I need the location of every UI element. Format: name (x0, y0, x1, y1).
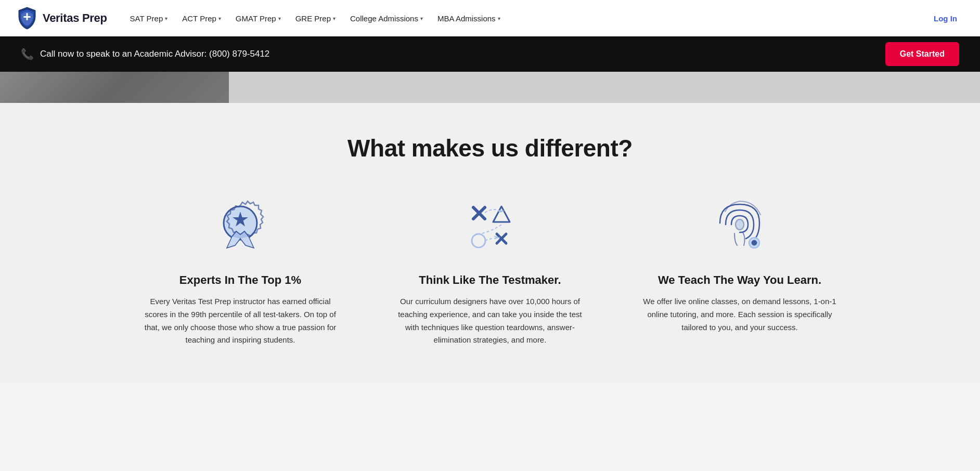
login-link[interactable]: Log In (927, 11, 963, 26)
hero-image-strip (0, 72, 980, 103)
nav-item-act[interactable]: ACT Prep ▾ (176, 11, 227, 26)
svg-marker-6 (493, 206, 510, 222)
chevron-down-icon: ▾ (165, 16, 167, 21)
experts-title: Experts In The Top 1% (179, 273, 301, 287)
svg-point-12 (736, 219, 744, 230)
what-makes-us-different-section: What makes us different? (0, 103, 980, 383)
testmaker-icon-area (454, 193, 526, 261)
phone-icon: 📞 (21, 48, 34, 60)
nav-links: SAT Prep ▾ ACT Prep ▾ GMAT Prep ▾ GRE Pr… (124, 11, 927, 26)
learn-description: We offer live online classes, on demand … (641, 295, 839, 334)
features-grid: Experts In The Top 1% Every Veritas Test… (126, 193, 854, 347)
banner-phone-text: Call now to speak to an Academic Advisor… (40, 49, 269, 59)
ribbon-award-icon (209, 196, 272, 258)
chevron-down-icon: ▾ (498, 16, 500, 21)
feature-card-testmaker: Think Like The Testmaker. Our curriculum… (376, 193, 604, 347)
chevron-down-icon: ▾ (333, 16, 336, 21)
hero-image-partial (0, 72, 229, 103)
nav-item-gmat[interactable]: GMAT Prep ▾ (229, 11, 287, 26)
section-title: What makes us different? (21, 134, 959, 162)
logo-text: Veritas Prep (43, 11, 107, 25)
experts-description: Every Veritas Test Prep instructor has e… (141, 295, 339, 347)
learn-title: We Teach The Way You Learn. (658, 273, 821, 287)
get-started-button[interactable]: Get Started (885, 42, 959, 66)
svg-rect-1 (27, 13, 28, 20)
chevron-down-icon: ▾ (218, 16, 221, 21)
testmaker-title: Think Like The Testmaker. (419, 273, 561, 287)
nav-item-mba[interactable]: MBA Admissions ▾ (431, 11, 507, 26)
learn-icon-area (703, 193, 776, 261)
svg-point-14 (752, 240, 757, 245)
fingerprint-icon (708, 196, 771, 258)
banner-text-area: 📞 Call now to speak to an Academic Advis… (21, 48, 269, 60)
nav-item-college[interactable]: College Admissions ▾ (344, 11, 429, 26)
feature-card-learn: We Teach The Way You Learn. We offer liv… (625, 193, 854, 347)
testmaker-description: Our curriculum designers have over 10,00… (391, 295, 589, 347)
svg-point-7 (472, 234, 485, 247)
feature-card-experts: Experts In The Top 1% Every Veritas Test… (126, 193, 355, 347)
nav-item-sat[interactable]: SAT Prep ▾ (124, 11, 174, 26)
chevron-down-icon: ▾ (278, 16, 281, 21)
chevron-down-icon: ▾ (420, 16, 423, 21)
nav-item-gre[interactable]: GRE Prep ▾ (289, 11, 342, 26)
logo-shield-icon (17, 6, 37, 30)
banner: 📞 Call now to speak to an Academic Advis… (0, 36, 980, 72)
logo-link[interactable]: Veritas Prep (17, 6, 107, 30)
strategy-icon (459, 196, 521, 258)
navbar: Veritas Prep SAT Prep ▾ ACT Prep ▾ GMAT … (0, 0, 980, 36)
experts-icon-area (204, 193, 277, 261)
